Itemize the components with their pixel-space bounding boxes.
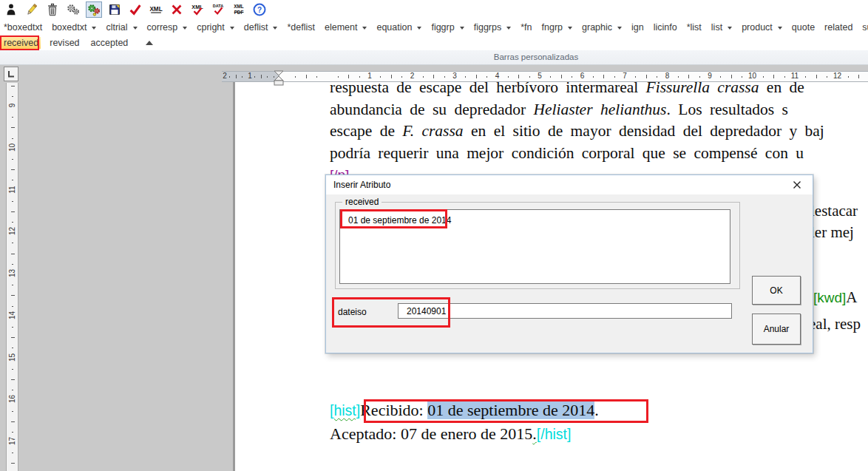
dropdown-arrow-icon[interactable] xyxy=(230,27,234,32)
recibido-line: [hist]Recibido: 01 de septiembre de 2014… xyxy=(330,399,599,422)
tag-button[interactable]: element xyxy=(325,22,367,33)
text-fragment: ler mej xyxy=(810,223,854,242)
tag-button-label: element xyxy=(325,22,357,33)
ribbon-group-strip: Barras personalizadas xyxy=(0,50,868,65)
tag-button-label: related xyxy=(824,22,852,33)
delete-x-icon[interactable] xyxy=(169,1,185,18)
close-icon[interactable] xyxy=(786,175,808,194)
ok-button[interactable]: OK xyxy=(752,276,801,305)
dropdown-arrow-icon[interactable] xyxy=(617,27,622,32)
tag-button[interactable]: fngrp xyxy=(542,22,573,33)
run-gears-icon[interactable] xyxy=(86,1,102,18)
text-fragment: [kwd]A xyxy=(813,288,858,307)
tag-button[interactable]: deflist xyxy=(244,22,278,33)
svg-text:?: ? xyxy=(257,6,262,14)
dateiso-input[interactable] xyxy=(398,303,732,319)
tag-button[interactable]: figgrp xyxy=(431,22,464,33)
tag-button[interactable]: cpright xyxy=(197,22,234,33)
tag-button-label: *deflist xyxy=(287,22,315,33)
tag-button[interactable]: licinfo xyxy=(654,22,677,33)
tag-button[interactable]: cltrial xyxy=(106,22,137,33)
dropdown-arrow-icon[interactable] xyxy=(183,27,187,32)
svg-text:XML: XML xyxy=(234,4,244,9)
insert-attribute-dialog: Inserir Atributo received 01 de septiemb… xyxy=(325,174,813,353)
tag-button-label: figgrp xyxy=(431,22,454,33)
cancel-button[interactable]: Anular xyxy=(752,314,801,345)
document-workspace: 91011121314151617 21123456789101112 resp… xyxy=(0,65,868,471)
received-group-label: received xyxy=(342,197,382,207)
tag-button[interactable]: quote xyxy=(792,22,815,33)
dateiso-label: dateiso xyxy=(338,307,367,317)
svg-text:XML: XML xyxy=(191,4,203,10)
tag-button-label: supplm xyxy=(862,22,868,33)
tag-button[interactable]: *boxedtxt xyxy=(4,22,42,33)
text-fragment: eal, resp xyxy=(809,315,861,333)
dropdown-arrow-icon[interactable] xyxy=(728,27,732,32)
document-line: escape de F. crassa en el sitio de mayor… xyxy=(330,121,824,143)
custom-tag-button[interactable]: accepted xyxy=(89,37,131,49)
save-icon[interactable] xyxy=(106,1,123,18)
custom-tag-button[interactable]: revised xyxy=(47,37,81,49)
dropdown-arrow-icon[interactable] xyxy=(778,27,782,32)
tag-button-label: *boxedtxt xyxy=(4,22,42,33)
dropdown-arrow-icon[interactable] xyxy=(460,27,464,32)
tag-button-label: equation xyxy=(376,22,412,33)
dropdown-arrow-icon[interactable] xyxy=(362,27,367,32)
tag-button-label: deflist xyxy=(244,22,268,33)
dropdown-arrow-icon[interactable] xyxy=(568,27,572,32)
svg-text:XML: XML xyxy=(149,6,162,13)
custom-tag-button[interactable]: received xyxy=(1,37,41,49)
tag-button[interactable]: figgrps xyxy=(474,22,512,33)
tag-button[interactable]: ign xyxy=(631,22,644,33)
toolbar: XML XML DATA XMLPDF ? xyxy=(0,0,868,19)
tag-button[interactable]: *fn xyxy=(521,22,532,33)
tag-button-label: cltrial xyxy=(106,22,127,33)
person-icon[interactable] xyxy=(3,1,19,18)
trash-icon[interactable] xyxy=(44,1,61,18)
dropdown-arrow-icon[interactable] xyxy=(92,27,96,32)
dropdown-arrow-icon[interactable] xyxy=(417,27,421,32)
app-window: XML XML DATA XMLPDF ? *boxedtxt boxedtxt xyxy=(0,0,868,471)
tag-button-label: corresp xyxy=(147,22,178,33)
help-icon[interactable]: ? xyxy=(251,1,268,18)
received-list-item[interactable]: 01 de septiembre de 2014 xyxy=(348,215,451,226)
tag-button[interactable]: *deflist xyxy=(287,22,315,33)
indent-marker[interactable] xyxy=(274,70,284,89)
document-line: podría requerir una mejor condición corp… xyxy=(330,143,824,165)
tag-button-label: *fn xyxy=(521,22,532,33)
tag-button-label: *list xyxy=(687,22,702,33)
data-check-icon[interactable]: DATA xyxy=(210,1,226,18)
tag-button[interactable]: graphic xyxy=(582,22,622,33)
svg-text:DATA: DATA xyxy=(213,4,223,8)
xml-icon[interactable]: XML xyxy=(148,1,164,18)
tag-button[interactable]: boxedtxt xyxy=(52,22,96,33)
tag-button[interactable]: *list xyxy=(687,22,702,33)
tag-button-label: product xyxy=(742,22,773,33)
dropdown-arrow-icon[interactable] xyxy=(273,27,277,32)
tag-button[interactable]: equation xyxy=(376,22,421,33)
dropdown-arrow-icon[interactable] xyxy=(506,27,511,32)
hist-block: [hist]Recibido: 01 de septiembre de 2014… xyxy=(330,399,599,446)
tag-button[interactable]: product xyxy=(742,22,782,33)
document-line: respuesta de escape del herbívoro interm… xyxy=(330,82,824,99)
received-listbox[interactable]: 01 de septiembre de 2014 xyxy=(339,209,730,284)
dialog-titlebar[interactable]: Inserir Atributo xyxy=(326,175,813,194)
dropdown-arrow-icon[interactable] xyxy=(133,27,138,32)
gears-icon[interactable] xyxy=(65,1,81,18)
xml-check-icon[interactable]: XML xyxy=(189,1,206,18)
tag-button-label: quote xyxy=(792,22,815,33)
tag-button[interactable]: corresp xyxy=(147,22,188,33)
document-line: abundancia de su depredador Heliaster he… xyxy=(330,99,824,121)
ribbon-group-label: Barras personalizadas xyxy=(473,52,599,61)
tab-stop-selector[interactable] xyxy=(4,67,18,81)
tag-button-label: cpright xyxy=(197,22,225,33)
tag-button[interactable]: related xyxy=(824,22,852,33)
validate-check-icon[interactable] xyxy=(127,1,143,18)
paragraph: respuesta de escape del herbívoro interm… xyxy=(330,82,824,186)
vertical-ruler: 91011121314151617 xyxy=(6,83,18,471)
tag-button[interactable]: list xyxy=(711,22,732,33)
pencil-icon[interactable] xyxy=(24,1,40,18)
collapse-arrow-icon[interactable] xyxy=(146,37,153,45)
xml-pdf-icon[interactable]: XMLPDF xyxy=(231,1,247,18)
tag-button[interactable]: supplm xyxy=(862,22,868,33)
